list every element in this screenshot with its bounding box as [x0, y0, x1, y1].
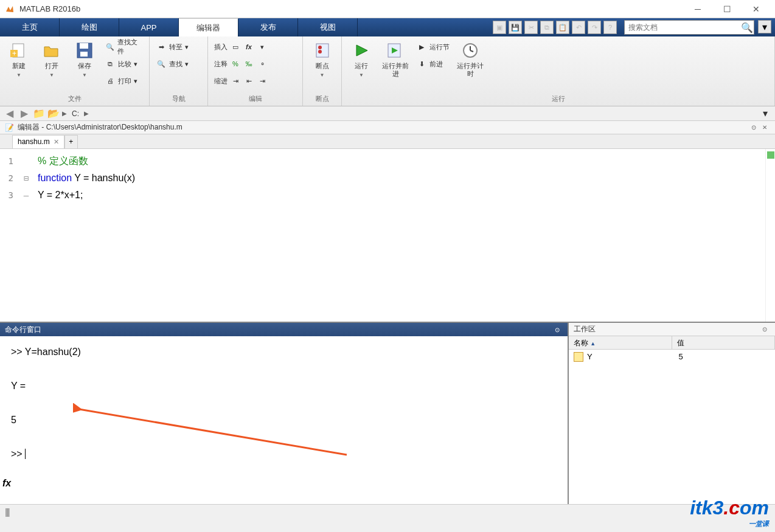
insert-button[interactable]: 插入 ▭fx▾	[212, 39, 299, 55]
editor-pane: hanshu.m ✕ + 123 ⊟— % 定义函数 function Y = …	[0, 134, 775, 323]
fold-gutter[interactable]: ⊟—	[17, 149, 35, 322]
comment-button[interactable]: 注释 %‰⚬	[212, 56, 299, 72]
svg-rect-4	[80, 43, 88, 49]
code-status-strip	[765, 149, 775, 322]
file-tab-hanshu[interactable]: hanshu.m ✕	[12, 135, 64, 148]
editor-panel-header: 📝 编辑器 - C:\Users\Administrator\Desktop\h…	[0, 121, 775, 134]
compare-button[interactable]: ⧉比较 ▾	[102, 56, 145, 72]
runtime-button[interactable]: 运行并计时	[454, 39, 486, 80]
findfiles-icon: 🔍	[105, 41, 115, 52]
new-button[interactable]: + 新建▼	[4, 39, 34, 80]
tab-home[interactable]: 主页	[0, 18, 60, 36]
breakpoints-button[interactable]: 断点▼	[307, 39, 338, 80]
editor-dock-button[interactable]: ⊙	[748, 122, 759, 133]
workspace-col-value[interactable]: 值	[672, 336, 776, 349]
advance-button[interactable]: ⬇前进	[414, 56, 452, 72]
search-doc-input[interactable]	[625, 22, 740, 33]
file-group-label: 文件	[4, 93, 145, 105]
minimize-button[interactable]: ─	[689, 2, 707, 16]
variable-icon	[574, 352, 583, 362]
find-button[interactable]: 🔍查找 ▾	[153, 56, 204, 72]
qa-paste-icon[interactable]: 📋	[556, 21, 569, 34]
quick-access-toolbar: ▣ 💾 ✂ ⧉ 📋 ↶ ↷ ?	[489, 18, 620, 36]
titlebar: MATLAB R2016b ─ ☐ ✕	[0, 0, 775, 18]
path-drive[interactable]: C:	[69, 109, 82, 118]
print-button[interactable]: 🖨打印 ▾	[102, 73, 145, 89]
workspace-row[interactable]: Y 5	[569, 350, 775, 364]
code-text[interactable]: % 定义函数 function Y = hanshu(x) Y = 2*x+1;	[35, 149, 765, 322]
line-gutter: 123	[0, 149, 17, 322]
open-folder-icon	[41, 41, 62, 60]
svg-rect-5	[80, 52, 88, 57]
qa-redo-icon[interactable]: ↷	[588, 21, 601, 34]
open-button[interactable]: 打开▼	[36, 39, 67, 80]
workspace-menu-button[interactable]: ⊙	[759, 324, 770, 335]
edit-group-label: 编辑	[212, 93, 299, 105]
run-button[interactable]: 运行▼	[346, 39, 377, 80]
back-button[interactable]: ◀	[4, 108, 16, 120]
findfiles-button[interactable]: 🔍查找文件	[102, 39, 145, 55]
search-doc-box[interactable]: 🔍	[624, 20, 754, 35]
tab-publish[interactable]: 发布	[238, 18, 298, 36]
up-folder-icon[interactable]: 📁	[33, 108, 45, 120]
code-area[interactable]: 123 ⊟— % 定义函数 function Y = hanshu(x) Y =…	[0, 149, 775, 322]
qa-help-icon[interactable]: ?	[603, 21, 617, 34]
browse-icon[interactable]: 📂	[47, 108, 60, 120]
qa-save-icon[interactable]: 💾	[509, 21, 522, 34]
print-icon: 🖨	[105, 75, 116, 86]
fx-indicator-icon[interactable]: fx	[2, 475, 11, 492]
workspace-pane: 工作区 ⊙ 名称 ▲ 值 Y 5	[569, 323, 775, 504]
svg-rect-6	[316, 44, 328, 57]
breakpoint-icon	[312, 41, 333, 60]
find-icon: 🔍	[156, 58, 167, 69]
indent-button[interactable]: 缩进 ⇥⇤⇥	[212, 73, 299, 89]
window-title: MATLAB R2016b	[19, 4, 689, 13]
tab-plots[interactable]: 绘图	[60, 18, 119, 36]
qa-cut-icon[interactable]: ✂	[524, 21, 538, 34]
run-group-label: 运行	[346, 93, 771, 105]
svg-text:+: +	[12, 49, 16, 58]
tab-editor[interactable]: 编辑器	[179, 18, 238, 36]
tab-view[interactable]: 视图	[298, 18, 358, 36]
main-tabstrip: 主页 绘图 APP 编辑器 发布 视图 ▣ 💾 ✂ ⧉ 📋 ↶ ↷ ? 🔍 ▾	[0, 18, 775, 36]
bp-group-label: 断点	[307, 93, 338, 105]
compare-icon: ⧉	[105, 58, 116, 69]
editor-mark-icon: 📝	[5, 123, 14, 132]
workspace-col-name[interactable]: 名称 ▲	[569, 336, 672, 349]
forward-button[interactable]: ▶	[18, 108, 30, 120]
clock-icon	[460, 41, 481, 60]
workspace-title: 工作区	[574, 324, 596, 334]
tab-apps[interactable]: APP	[119, 18, 179, 36]
command-window[interactable]: >> Y=hanshu(2) Y = 5 >> fx	[0, 336, 568, 504]
goto-icon: ➡	[156, 41, 167, 52]
editor-close-button[interactable]: ✕	[759, 122, 770, 133]
ribbon: + 新建▼ 打开▼ 保存▼ 🔍查找文件 ⧉比较 ▾ 🖨打印 ▾ 文件 ➡转至 ▾	[0, 36, 775, 106]
cmd-menu-button[interactable]: ⊙	[552, 324, 563, 335]
runadvance-button[interactable]: 运行并前进	[380, 39, 411, 80]
runadvance-icon	[385, 41, 406, 60]
file-tab-add[interactable]: +	[64, 135, 78, 148]
close-button[interactable]: ✕	[747, 2, 765, 16]
runsection-button[interactable]: ▶运行节	[414, 39, 452, 55]
cmd-header: 命令行窗口 ⊙	[0, 323, 568, 336]
variable-value: 5	[679, 352, 771, 362]
fx-icon: fx	[243, 41, 254, 52]
search-icon[interactable]: 🔍	[740, 21, 754, 34]
matlab-logo-icon	[5, 4, 15, 14]
watermark: itk3.com 一堂课	[690, 497, 769, 528]
svg-point-7	[318, 46, 322, 49]
save-button[interactable]: 保存▼	[69, 39, 100, 80]
nav-group-label: 导航	[153, 93, 204, 105]
path-dropdown[interactable]: ▾	[759, 108, 771, 120]
toolstrip-menu-button[interactable]: ▾	[758, 20, 771, 33]
maximize-button[interactable]: ☐	[718, 2, 736, 16]
qa-icon-1[interactable]: ▣	[493, 21, 506, 34]
goto-button[interactable]: ➡转至 ▾	[153, 39, 204, 55]
qa-copy-icon[interactable]: ⧉	[540, 21, 554, 34]
cmd-title: 命令行窗口	[5, 325, 41, 335]
section-icon: ▭	[230, 41, 241, 52]
file-tab-close-icon[interactable]: ✕	[54, 138, 59, 146]
qa-undo-icon[interactable]: ↶	[572, 21, 585, 34]
status-green-icon	[767, 151, 774, 159]
workspace-columns: 名称 ▲ 值	[569, 336, 775, 350]
